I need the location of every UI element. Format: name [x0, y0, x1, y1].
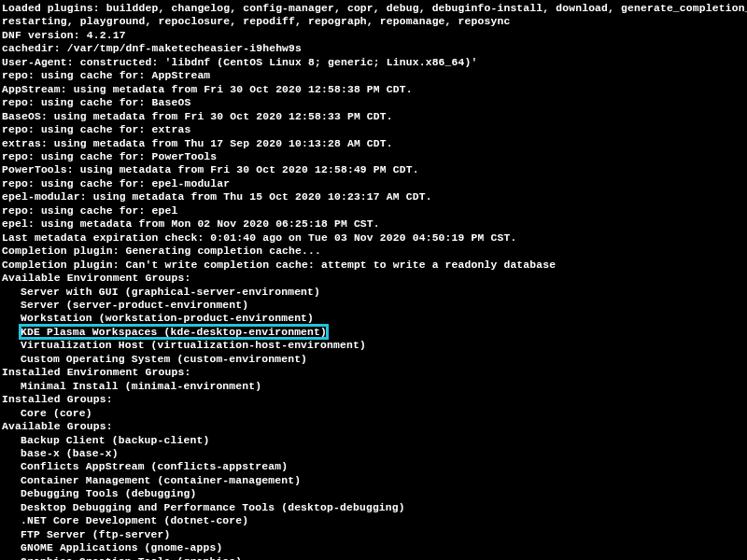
- terminal-line: FTP Server (ftp-server): [2, 528, 747, 541]
- terminal-line: repo: using cache for: PowerTools: [2, 150, 747, 163]
- terminal-line: repo: using cache for: epel: [2, 204, 747, 217]
- terminal-line: Installed Environment Groups:: [2, 366, 747, 379]
- terminal-line: Last metadata expiration check: 0:01:40 …: [2, 231, 747, 245]
- terminal-line: repo: using cache for: AppStream: [2, 69, 747, 82]
- terminal-line: PowerTools: using metadata from Fri 30 O…: [2, 163, 747, 176]
- terminal-line: Completion plugin: Can't write completio…: [2, 259, 747, 272]
- terminal-line: Backup Client (backup-client): [2, 434, 747, 447]
- terminal-line: Conflicts AppStream (conflicts-appstream…: [2, 460, 747, 473]
- kde-plasma-group: KDE Plasma Workspaces (kde-desktop-envir…: [2, 326, 747, 339]
- terminal-line: Completion plugin: Generating completion…: [2, 245, 747, 258]
- terminal-line: Server (server-product-environment): [2, 299, 747, 312]
- terminal-line: Container Management (container-manageme…: [2, 474, 747, 487]
- terminal-line: cachedir: /var/tmp/dnf-maketecheasier-i9…: [2, 42, 747, 55]
- terminal-line: extras: using metadata from Thu 17 Sep 2…: [2, 137, 747, 150]
- terminal-line: Workstation (workstation-product-environ…: [2, 312, 747, 325]
- terminal-line: Minimal Install (minimal-environment): [2, 380, 747, 393]
- terminal-line: Custom Operating System (custom-environm…: [2, 353, 747, 366]
- terminal-line: repo: using cache for: extras: [2, 123, 747, 136]
- terminal-line: Loaded plugins: builddep, changelog, con…: [2, 2, 747, 15]
- terminal-line: base-x (base-x): [2, 447, 747, 460]
- terminal-line: repo: using cache for: BaseOS: [2, 96, 747, 109]
- terminal-line: Server with GUI (graphical-server-enviro…: [2, 286, 747, 299]
- terminal-line: User-Agent: constructed: 'libdnf (CentOS…: [2, 56, 747, 69]
- terminal-line: Available Environment Groups:: [2, 272, 747, 285]
- terminal-line: Debugging Tools (debugging): [2, 487, 747, 500]
- terminal-line: epel: using metadata from Mon 02 Nov 202…: [2, 217, 747, 231]
- terminal-line: Core (core): [2, 407, 747, 420]
- terminal-line: DNF version: 4.2.17: [2, 29, 747, 42]
- highlighted-group-row: KDE Plasma Workspaces (kde-desktop-envir…: [2, 326, 747, 339]
- terminal-line: Desktop Debugging and Performance Tools …: [2, 501, 747, 514]
- terminal-line: Available Groups:: [2, 420, 747, 433]
- terminal-line: Virtualization Host (virtualization-host…: [2, 339, 747, 352]
- terminal-line: epel-modular: using metadata from Thu 15…: [2, 190, 747, 203]
- terminal-output: Loaded plugins: builddep, changelog, con…: [2, 2, 747, 560]
- terminal-line: .NET Core Development (dotnet-core): [2, 514, 747, 527]
- terminal-line: AppStream: using metadata from Fri 30 Oc…: [2, 83, 747, 96]
- terminal-line: repo: using cache for: epel-modular: [2, 177, 747, 190]
- terminal-line: BaseOS: using metadata from Fri 30 Oct 2…: [2, 110, 747, 123]
- terminal-line: GNOME Applications (gnome-apps): [2, 541, 747, 554]
- terminal-line: Graphics Creation Tools (graphics): [2, 555, 747, 560]
- terminal-line: Installed Groups:: [2, 393, 747, 406]
- terminal-line: restarting, playground, repoclosure, rep…: [2, 15, 747, 28]
